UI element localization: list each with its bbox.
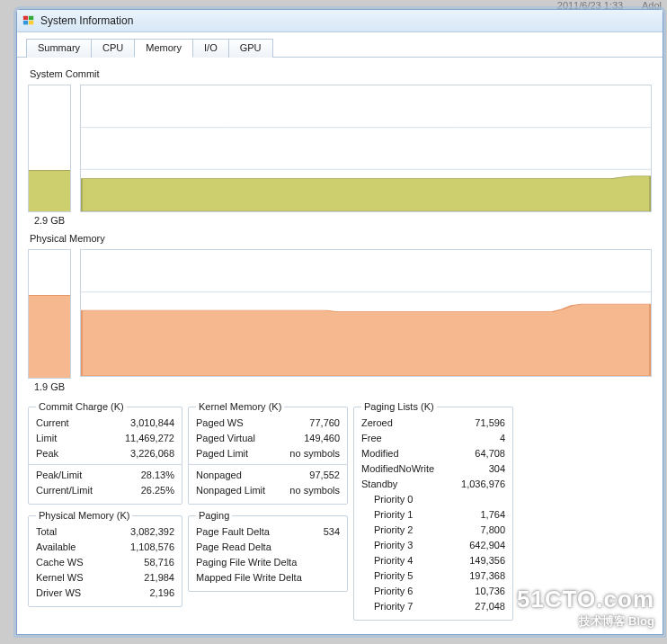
commit-charge-legend: Commit Charge (K) [36,401,127,412]
stat-row: Current/Limit26.25% [36,483,174,498]
stat-row: Priority 727,048 [361,599,505,614]
physical-memory-group: Physical Memory (K) Total3,082,392Availa… [28,510,182,607]
stat-row: Priority 4149,356 [361,553,505,568]
physmem-timeline [80,249,652,377]
svg-rect-2 [23,21,28,24]
commit-gauge-fill [29,170,70,211]
stat-row: Standby1,036,976 [361,477,505,492]
stat-row: Nonpaged97,552 [196,468,340,483]
paging-lists-legend: Paging Lists (K) [361,401,437,412]
app-icon [22,14,35,27]
stat-row: Page Read Delta [196,540,340,555]
stat-row: Zeroed71,596 [361,416,505,431]
svg-rect-1 [29,16,33,20]
stat-row: Limit11,469,272 [36,431,174,446]
svg-rect-0 [23,16,28,20]
paging-group: Paging Page Fault Delta534Page Read Delt… [188,510,348,592]
paging-legend: Paging [196,510,232,521]
stat-row: Mapped File Write Delta [196,570,340,586]
system-commit-title: System Commit [30,68,652,79]
stat-row: Paged WS77,760 [196,416,340,431]
stat-row: ModifiedNoWrite304 [361,461,505,477]
stat-row: Priority 5197,368 [361,568,505,584]
stat-row: Total3,082,392 [36,524,174,540]
commit-gauge [28,85,71,212]
stat-row: Peak3,226,068 [36,446,174,461]
physmem-gauge [28,249,71,379]
stat-row: Priority 27,800 [361,523,505,538]
memory-content: System Commit 2.9 GB Physical Memory 1.9… [17,58,663,634]
tab-gpu[interactable]: GPU [228,39,273,58]
commit-charge-group: Commit Charge (K) Current3,010,844Limit1… [28,401,182,505]
stat-row: Cache WS58,716 [36,555,174,570]
titlebar[interactable]: System Information [17,10,663,32]
stat-row: Priority 610,736 [361,584,505,599]
physmem-gauge-label: 1.9 GB [34,381,65,392]
stat-row: Kernel WS21,984 [36,570,174,586]
svg-rect-3 [29,21,33,24]
stat-row: Driver WS2,196 [36,586,174,601]
commit-timeline [80,85,652,212]
physical-memory-title: Physical Memory [30,233,652,244]
stat-row: Peak/Limit28.13% [36,468,174,483]
tab-summary[interactable]: Summary [26,39,92,58]
kernel-memory-group: Kernel Memory (K) Paged WS77,760Paged Vi… [188,401,348,505]
tabstrip: SummaryCPUMemoryI/OGPU [17,32,663,58]
sysinfo-window: System Information SummaryCPUMemoryI/OGP… [16,9,663,635]
stat-row: Paged Limitno symbols [196,446,340,461]
stat-row: Priority 0 [361,492,505,507]
stat-row: Priority 11,764 [361,507,505,523]
kernel-memory-legend: Kernel Memory (K) [196,401,284,412]
tab-i/o[interactable]: I/O [192,39,229,58]
stat-row: Priority 3642,904 [361,538,505,553]
commit-gauge-label: 2.9 GB [34,215,65,226]
stat-row: Available1,108,576 [36,540,174,555]
tab-cpu[interactable]: CPU [91,39,135,58]
stat-row: Paging File Write Delta [196,555,340,570]
stat-row: Nonpaged Limitno symbols [196,483,340,498]
stat-row: Paged Virtual149,460 [196,431,340,446]
window-title: System Information [40,14,133,27]
stat-row: Free4 [361,431,505,446]
tab-memory[interactable]: Memory [134,39,193,58]
physical-memory-legend: Physical Memory (K) [36,510,132,521]
stat-row: Current3,010,844 [36,416,174,431]
paging-lists-group: Paging Lists (K) Zeroed71,596Free4Modifi… [353,401,513,621]
stat-row: Page Fault Delta534 [196,524,340,540]
stat-row: Modified64,708 [361,446,505,461]
physmem-gauge-fill [29,295,70,378]
